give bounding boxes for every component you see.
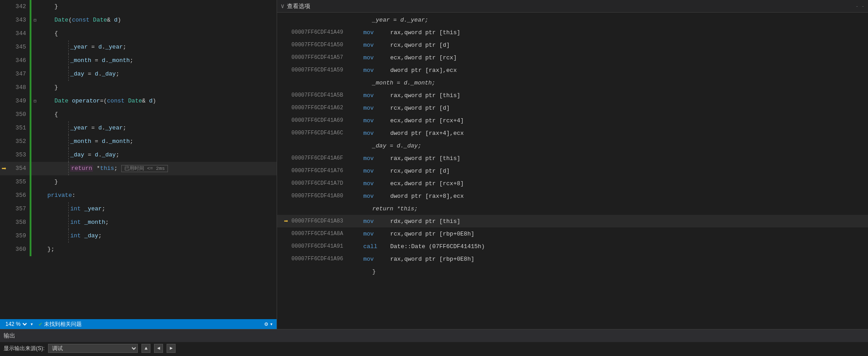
disasm-addr-2d: 00007FF6CDF41A6C <box>291 130 363 136</box>
nav-prev-button[interactable]: ▲ <box>141 344 150 353</box>
disasm-instr-1c: 00007FF6CDF41A57 mov ecx,dword ptr [rcx] <box>277 51 868 64</box>
collapse-btn-348 <box>31 81 39 94</box>
code-line-345: 345 _year = d._year; <box>0 40 277 54</box>
line-indicator-343 <box>0 13 8 27</box>
disasm-mnemonic-2d: mov <box>363 130 390 137</box>
collapse-btn-344 <box>31 27 39 40</box>
disasm-instr-2d: 00007FF6CDF41A6C mov dword ptr [rax+4],e… <box>277 127 868 139</box>
closing-brace-label: } <box>291 268 376 275</box>
code-content-346: _month = d._month; <box>39 54 277 67</box>
code-content-343: Date(const Date& d) <box>39 13 277 27</box>
line-number-357: 357 <box>8 202 30 216</box>
code-line-357: 357 int _year; <box>0 202 277 216</box>
disasm-indicator-4a: ➡ <box>281 217 291 226</box>
zoom-selector[interactable]: 142 % 100 % 120 % 150 % <box>4 320 28 328</box>
code-content-351: _year = d._year; <box>39 121 277 135</box>
disasm-addr-4a: 00007FF6CDF41A83 <box>291 218 363 224</box>
disasm-addr-3d: 00007FF6CDF41A80 <box>291 193 363 199</box>
disasm-instr-2b: 00007FF6CDF41A62 mov rcx,qword ptr [d] <box>277 102 868 114</box>
source-label-4: return *this; <box>291 205 418 212</box>
code-line-346: 346 _month = d._month; <box>0 54 277 67</box>
line-indicator-354: ➡ <box>0 162 8 175</box>
disasm-addr-3b: 00007FF6CDF41A76 <box>291 168 363 174</box>
editor-area: 342 } 343 ⊟ Date(const Date& d) <box>0 0 868 329</box>
disasm-mnemonic-3b: mov <box>363 168 390 174</box>
disasm-instr-3b: 00007FF6CDF41A76 mov rcx,qword ptr [d] <box>277 165 868 177</box>
collapse-btn-343[interactable]: ⊟ <box>31 13 39 27</box>
line-indicator-350 <box>0 108 8 121</box>
output-source-select[interactable]: 调试 <box>48 344 138 353</box>
collapse-btn-354 <box>31 162 39 175</box>
line-number-358: 358 <box>8 216 30 229</box>
disasm-mnemonic-3d: mov <box>363 193 390 200</box>
code-line-353: 353 _day = d._day; <box>0 148 277 162</box>
zoom-dropdown-icon[interactable]: ▾ <box>30 321 33 328</box>
line-number-346: 346 <box>8 54 30 67</box>
line-indicator-359 <box>0 229 8 243</box>
code-line-358: 358 int _month; <box>0 216 277 229</box>
disasm-operands-3d: dword ptr [rax+8],ecx <box>390 193 864 200</box>
disasm-collapse-icon[interactable]: ∨ <box>281 2 284 10</box>
disasm-mnemonic-2a: mov <box>363 92 390 99</box>
collapse-btn-351 <box>31 121 39 135</box>
line-number-347: 347 <box>8 67 30 81</box>
disasm-operands-2d: dword ptr [rax+4],ecx <box>390 130 864 137</box>
code-line-343: 343 ⊟ Date(const Date& d) <box>0 13 277 27</box>
disasm-operands-2b: rcx,qword ptr [d] <box>390 105 864 111</box>
disasm-header-title: 查看选项 <box>287 2 310 10</box>
code-line-352: 352 _month = d._month; <box>0 135 277 148</box>
disasm-instr-1d: 00007FF6CDF41A59 mov dword ptr [rax],ecx <box>277 64 868 76</box>
disasm-mnemonic-1c: mov <box>363 54 390 61</box>
disasm-mnemonic-4c: call <box>363 243 390 250</box>
disasm-mnemonic-3c: mov <box>363 180 390 187</box>
line-number-350: 350 <box>8 108 30 121</box>
disasm-instr-4b: 00007FF6CDF41A8A mov rcx,qword ptr [rbp+… <box>277 227 868 240</box>
code-line-355: 355 } <box>0 175 277 189</box>
disasm-source-label-3: _day = d._day; <box>277 139 868 152</box>
disasm-instr-3a: 00007FF6CDF41A6F mov rax,qword ptr [this… <box>277 152 868 165</box>
disasm-mnemonic-4d: mov <box>363 256 390 263</box>
disasm-addr-4d: 00007FF6CDF41A96 <box>291 256 363 262</box>
disasm-addr-2a: 00007FF6CDF41A5B <box>291 92 363 98</box>
zoom-control: 142 % 100 % 120 % 150 % ▾ <box>4 320 33 328</box>
tools-icon[interactable]: ⚙ <box>264 320 268 328</box>
disasm-instr-3c: 00007FF6CDF41A7D mov ecx,dword ptr [rcx+… <box>277 177 868 190</box>
collapse-btn-352 <box>31 135 39 148</box>
disasm-mnemonic-2c: mov <box>363 117 390 124</box>
disasm-operands-1c: ecx,dword ptr [rcx] <box>390 54 864 61</box>
status-bar: 142 % 100 % 120 % 150 % ▾ ✔ 未找到相关问题 ⚙ ▾ <box>0 319 277 329</box>
line-indicator-353 <box>0 148 8 162</box>
disasm-addr-2b: 00007FF6CDF41A62 <box>291 105 363 111</box>
output-source-label: 显示输出来源(S): <box>4 345 44 352</box>
disasm-addr-3c: 00007FF6CDF41A7D <box>291 180 363 187</box>
collapse-btn-349[interactable]: ⊟ <box>31 94 39 108</box>
line-number-349: 349 <box>8 94 30 108</box>
code-line-342: 342 } <box>0 0 277 13</box>
line-indicator-351 <box>0 121 8 135</box>
line-indicator-345 <box>0 40 8 54</box>
code-line-359: 359 int _day; <box>0 229 277 243</box>
disasm-instr-1a: 00007FF6CDF41A49 mov rax,qword ptr [this… <box>277 26 868 39</box>
disasm-addr-1d: 00007FF6CDF41A59 <box>291 67 363 73</box>
collapse-btn-355 <box>31 175 39 189</box>
code-content-357: int _year; <box>39 202 277 216</box>
tools-dropdown-icon[interactable]: ▾ <box>270 321 273 328</box>
disasm-addr-4b: 00007FF6CDF41A8A <box>291 231 363 237</box>
disasm-addr-3a: 00007FF6CDF41A6F <box>291 155 363 161</box>
line-indicator-352 <box>0 135 8 148</box>
line-number-343: 343 <box>8 13 30 27</box>
disasm-mnemonic-1d: mov <box>363 67 390 74</box>
disasm-operands-3a: rax,qword ptr [this] <box>390 155 864 162</box>
code-line-360: 360 }; <box>0 243 277 256</box>
disasm-operands-4c: Date::Date (07FF6CDF41415h) <box>390 243 864 250</box>
disasm-operands-1a: rax,qword ptr [this] <box>390 29 864 36</box>
code-content-352: _month = d._month; <box>39 135 277 148</box>
nav-next-button[interactable]: ◄ <box>154 344 163 353</box>
disasm-header: ∨ 查看选项 - - <box>277 0 868 13</box>
source-label-2: _month = d._month; <box>291 80 435 86</box>
disasm-content: _year = d._year; 00007FF6CDF41A49 mov ra… <box>277 13 868 329</box>
disasm-instr-4c: 00007FF6CDF41A91 call Date::Date (07FF6C… <box>277 240 868 253</box>
collapse-btn-359 <box>31 229 39 243</box>
nav-play-button[interactable]: ► <box>167 344 176 353</box>
collapse-btn-358 <box>31 216 39 229</box>
